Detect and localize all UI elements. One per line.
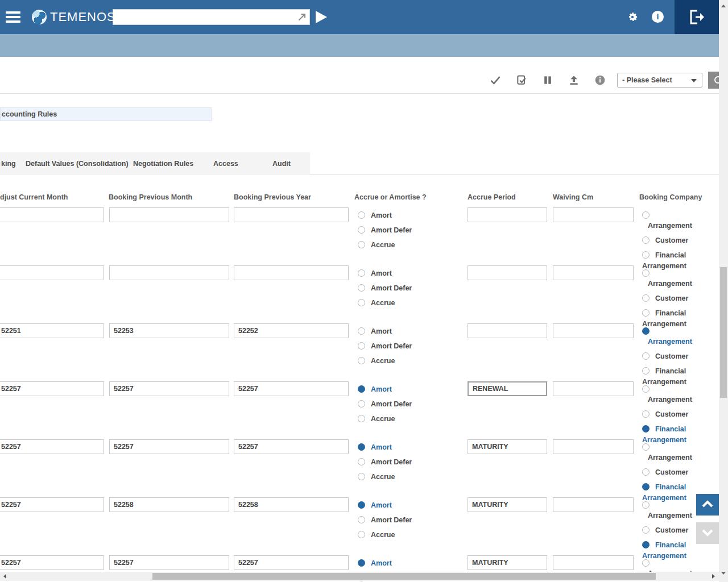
adjust-current-month-input[interactable] — [0, 381, 104, 396]
radio-icon[interactable] — [358, 516, 365, 523]
radio-icon[interactable] — [358, 473, 365, 480]
accrue-period-input[interactable] — [468, 207, 547, 222]
company-option-arrangement[interactable]: Arrangement — [642, 326, 698, 347]
booking-previous-month-input[interactable] — [109, 265, 229, 280]
radio-icon[interactable] — [642, 294, 650, 302]
accrue-option-amort[interactable]: Amort — [358, 384, 432, 394]
accrue-period-input[interactable] — [468, 497, 547, 512]
commit-check-icon[interactable] — [490, 74, 501, 86]
radio-icon[interactable] — [642, 425, 650, 433]
booking-previous-month-input[interactable] — [109, 497, 229, 512]
radio-icon[interactable] — [642, 410, 650, 418]
vertical-scrollbar[interactable] — [719, 0, 728, 582]
info-icon[interactable]: i — [652, 11, 664, 23]
hamburger-icon[interactable] — [6, 11, 20, 23]
booking-previous-month-input[interactable] — [109, 381, 229, 396]
tab-audit[interactable]: Audit — [272, 160, 291, 168]
accrue-period-input[interactable] — [468, 323, 547, 338]
accrue-option-amort_defer[interactable]: Amort Defer — [358, 398, 432, 409]
gear-icon[interactable] — [626, 11, 639, 23]
company-option-customer[interactable]: Customer — [642, 293, 698, 304]
radio-icon[interactable] — [642, 501, 650, 509]
waiving-cm-input[interactable] — [553, 439, 634, 454]
accrue-option-accrue[interactable]: Accrue — [358, 355, 432, 366]
company-option-arrangement[interactable]: Arrangement — [642, 384, 698, 405]
booking-previous-year-input[interactable] — [234, 497, 349, 512]
radio-icon[interactable] — [642, 211, 650, 219]
accrue-period-input[interactable] — [468, 265, 547, 280]
radio-icon[interactable] — [642, 367, 650, 375]
radio-icon[interactable] — [642, 443, 650, 451]
radio-icon[interactable] — [642, 309, 650, 317]
waiving-cm-input[interactable] — [553, 555, 634, 570]
radio-icon[interactable] — [358, 501, 365, 509]
booking-previous-month-input[interactable] — [109, 439, 229, 454]
company-option-arrangement[interactable]: Arrangement — [642, 500, 698, 521]
accrue-option-amort[interactable]: Amort — [358, 268, 432, 278]
horizontal-scrollbar-thumb[interactable] — [152, 573, 656, 580]
radio-icon[interactable] — [642, 352, 650, 360]
adjust-current-month-input[interactable] — [0, 555, 104, 570]
tab-negotiation-rules[interactable]: Negotiation Rules — [133, 160, 193, 168]
booking-previous-year-input[interactable] — [234, 381, 349, 396]
accrue-option-amort[interactable]: Amort — [358, 326, 432, 336]
radio-icon[interactable] — [358, 443, 365, 451]
adjust-current-month-input[interactable] — [0, 265, 104, 280]
radio-icon[interactable] — [642, 483, 650, 490]
accrue-period-input[interactable] — [468, 381, 547, 396]
radio-icon[interactable] — [358, 226, 365, 234]
scrollbar-arrow-right-icon[interactable] — [712, 574, 715, 579]
accrue-option-amort[interactable]: Amort — [358, 210, 432, 221]
waiving-cm-input[interactable] — [553, 381, 634, 396]
scrollbar-arrow-left-icon[interactable] — [3, 574, 6, 579]
booking-previous-month-input[interactable] — [109, 207, 229, 222]
accrue-option-amort_defer[interactable]: Amort Defer — [358, 456, 432, 467]
upload-icon[interactable] — [568, 74, 580, 86]
radio-icon[interactable] — [642, 526, 650, 534]
accrue-option-amort_defer[interactable]: Amort Defer — [358, 340, 432, 351]
company-option-customer[interactable]: Customer — [642, 235, 698, 246]
hold-pause-icon[interactable] — [542, 74, 553, 86]
radio-icon[interactable] — [642, 385, 650, 393]
accrue-option-accrue[interactable]: Accrue — [358, 239, 432, 250]
logout-button[interactable] — [675, 0, 719, 34]
radio-icon[interactable] — [642, 251, 650, 259]
booking-previous-year-input[interactable] — [234, 265, 349, 280]
radio-icon[interactable] — [358, 211, 365, 219]
adjust-current-month-input[interactable] — [0, 323, 104, 338]
radio-icon[interactable] — [358, 385, 365, 393]
radio-icon[interactable] — [358, 299, 365, 306]
radio-icon[interactable] — [358, 342, 365, 350]
radio-icon[interactable] — [642, 541, 650, 548]
vertical-scrollbar-thumb[interactable] — [720, 267, 727, 398]
play-icon[interactable] — [316, 11, 327, 23]
scrollbar-arrow-down-icon[interactable] — [721, 572, 726, 575]
booking-previous-month-input[interactable] — [109, 323, 229, 338]
radio-icon[interactable] — [642, 269, 650, 277]
company-option-arrangement[interactable]: Arrangement — [642, 210, 698, 231]
waiving-cm-input[interactable] — [553, 323, 634, 338]
radio-icon[interactable] — [358, 327, 365, 335]
radio-icon[interactable] — [358, 357, 365, 364]
accrue-option-amort_defer[interactable]: Amort Defer — [358, 282, 432, 293]
radio-icon[interactable] — [642, 236, 650, 244]
horizontal-scrollbar[interactable] — [0, 572, 719, 581]
radio-icon[interactable] — [642, 327, 650, 335]
booking-previous-year-input[interactable] — [234, 323, 349, 338]
waiving-cm-input[interactable] — [553, 497, 634, 512]
radio-icon[interactable] — [358, 458, 365, 465]
booking-previous-year-input[interactable] — [234, 439, 349, 454]
booking-previous-year-input[interactable] — [234, 207, 349, 222]
radio-icon[interactable] — [358, 559, 365, 567]
accrue-option-amort_defer[interactable]: Amort Defer — [358, 225, 432, 235]
adjust-current-month-input[interactable] — [0, 497, 104, 512]
radio-icon[interactable] — [358, 284, 365, 292]
accrue-option-amort_defer[interactable]: Amort Defer — [358, 514, 432, 525]
adjust-current-month-input[interactable] — [0, 439, 104, 454]
accrue-option-amort[interactable]: Amort — [358, 442, 432, 452]
radio-icon[interactable] — [358, 415, 365, 422]
accrue-option-amort[interactable]: Amort — [358, 500, 432, 510]
accrue-option-amort[interactable]: Amort — [358, 558, 432, 568]
accrue-option-accrue[interactable]: Accrue — [358, 529, 432, 540]
command-search-input[interactable] — [113, 9, 310, 25]
